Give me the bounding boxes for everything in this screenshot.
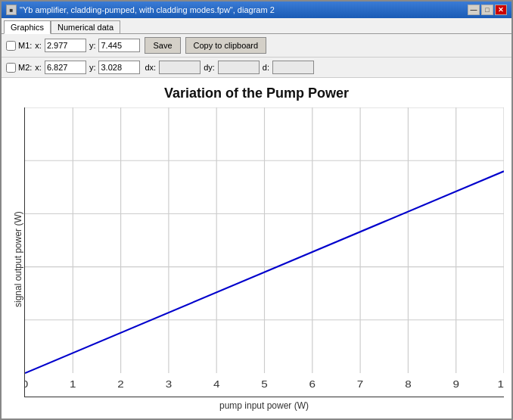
x-axis-label: pump input power (W) — [24, 397, 504, 411]
m1-checkbox-label[interactable]: M1: — [6, 41, 32, 51]
svg-text:8: 8 — [405, 378, 411, 389]
m1-y-label: y: — [89, 41, 96, 50]
controls-row: M1: x: y: Save Copy to clipboard — [2, 34, 511, 58]
chart-container: signal output power (W) — [9, 107, 504, 411]
svg-text:6: 6 — [309, 378, 316, 389]
m1-label: M1: — [18, 41, 32, 50]
svg-text:0: 0 — [25, 378, 28, 389]
diff-row: dx: dy: d: — [145, 61, 314, 74]
m2-checkbox[interactable] — [6, 63, 16, 73]
dy-label: dy: — [204, 63, 215, 72]
window-title: "Yb amplifier, cladding-pumped, with cla… — [20, 5, 275, 14]
svg-text:5: 5 — [261, 378, 267, 389]
m1-x-input[interactable] — [45, 39, 86, 52]
m2-x-input[interactable] — [45, 61, 86, 74]
m1-checkbox[interactable] — [6, 41, 16, 51]
title-bar: ■ "Yb amplifier, cladding-pumped, with c… — [2, 2, 511, 18]
d-label: d: — [263, 63, 269, 72]
save-button[interactable]: Save — [145, 37, 180, 54]
maximize-button[interactable]: □ — [481, 5, 493, 15]
minimize-button[interactable]: — — [468, 5, 480, 15]
chart-inner: 0 2 4 6 8 10 0 1 2 3 4 5 6 7 — [24, 107, 504, 411]
svg-text:2: 2 — [117, 378, 123, 389]
y-axis-label: signal output power (W) — [9, 107, 24, 411]
dx-label: dx: — [145, 63, 156, 72]
window-icon: ■ — [6, 5, 17, 15]
dy-input[interactable] — [218, 61, 260, 74]
chart-area: Variation of the Pump Power signal outpu… — [2, 78, 511, 418]
plot-area: 0 2 4 6 8 10 0 1 2 3 4 5 6 7 — [24, 107, 504, 397]
title-bar-left: ■ "Yb amplifier, cladding-pumped, with c… — [6, 5, 275, 15]
tab-numerical-data[interactable]: Numerical data — [51, 20, 120, 33]
close-button[interactable]: ✕ — [495, 5, 507, 15]
m2-checkbox-label[interactable]: M2: — [6, 63, 32, 73]
m1-x-label: x: — [35, 41, 42, 50]
copy-to-clipboard-button[interactable]: Copy to clipboard — [185, 37, 267, 54]
d-input[interactable] — [272, 61, 314, 74]
svg-text:7: 7 — [357, 378, 363, 389]
svg-text:1: 1 — [70, 378, 76, 389]
dx-input[interactable] — [159, 61, 201, 74]
m1-y-input[interactable] — [98, 39, 140, 52]
m2-x-label: x: — [35, 63, 42, 72]
svg-text:10: 10 — [498, 378, 504, 389]
m2-label: M2: — [18, 63, 32, 72]
window-controls: — □ ✕ — [468, 5, 507, 15]
m2-y-label: y: — [89, 63, 96, 72]
svg-text:3: 3 — [166, 378, 172, 389]
tabs-row: Graphics Numerical data — [2, 18, 511, 34]
tab-graphics[interactable]: Graphics — [4, 20, 51, 34]
svg-text:4: 4 — [213, 378, 219, 389]
chart-title: Variation of the Pump Power — [164, 86, 349, 101]
chart-svg: 0 2 4 6 8 10 0 1 2 3 4 5 6 7 — [25, 107, 504, 397]
m2-row: M2: x: y: — [6, 61, 140, 74]
m1-row: M1: x: y: — [6, 39, 140, 52]
controls-row-2: M2: x: y: dx: dy: d: — [2, 58, 511, 78]
m2-y-input[interactable] — [98, 61, 140, 74]
svg-text:9: 9 — [452, 378, 459, 389]
main-window: ■ "Yb amplifier, cladding-pumped, with c… — [0, 0, 513, 420]
